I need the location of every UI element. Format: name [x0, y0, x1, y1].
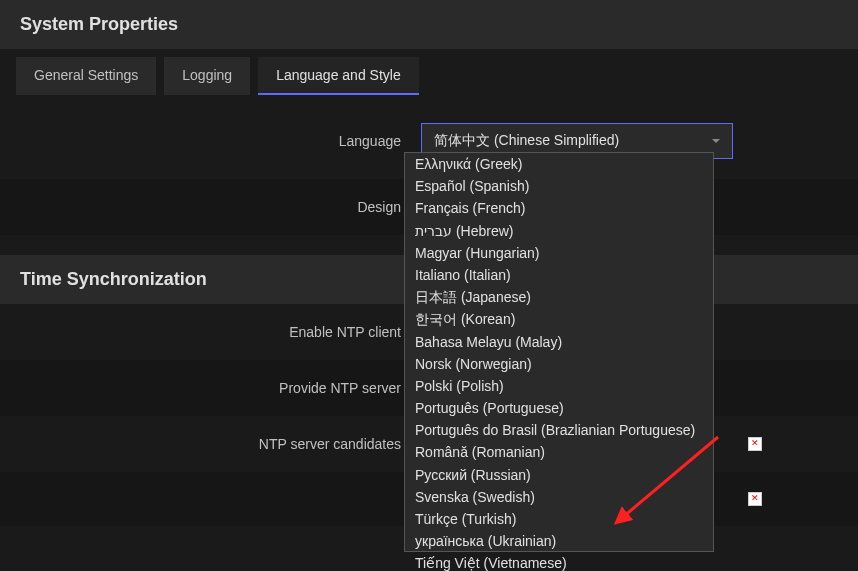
language-label: Language — [46, 133, 421, 149]
language-select-value: 简体中文 (Chinese Simplified) — [434, 132, 712, 150]
language-option[interactable]: українська (Ukrainian) — [405, 530, 713, 552]
language-option[interactable]: Polski (Polish) — [405, 375, 713, 397]
language-option[interactable]: Bahasa Melayu (Malay) — [405, 331, 713, 353]
language-option[interactable]: Italiano (Italian) — [405, 264, 713, 286]
language-option[interactable]: Norsk (Norwegian) — [405, 353, 713, 375]
tab-language-and-style[interactable]: Language and Style — [258, 57, 419, 95]
language-option[interactable]: Türkçe (Turkish) — [405, 508, 713, 530]
chevron-down-icon — [712, 139, 720, 143]
language-option[interactable]: עברית (Hebrew) — [405, 220, 713, 242]
ntp-candidates-label: NTP server candidates — [46, 436, 421, 452]
broken-image-icon[interactable] — [748, 437, 762, 451]
system-properties-title: System Properties — [20, 14, 178, 34]
language-option[interactable]: Svenska (Swedish) — [405, 486, 713, 508]
language-dropdown[interactable]: Ελληνικά (Greek)Español (Spanish)Françai… — [404, 152, 714, 552]
language-option[interactable]: 日本語 (Japanese) — [405, 286, 713, 308]
enable-ntp-label: Enable NTP client — [46, 324, 421, 340]
language-option[interactable]: Español (Spanish) — [405, 175, 713, 197]
language-option[interactable]: Português (Portuguese) — [405, 397, 713, 419]
provide-ntp-label: Provide NTP server — [46, 380, 421, 396]
language-option[interactable]: Русский (Russian) — [405, 464, 713, 486]
design-label: Design — [46, 199, 421, 215]
language-option[interactable]: Tiếng Việt (Vietnamese) — [405, 552, 713, 571]
language-option[interactable]: Português do Brasil (Brazlianian Portugu… — [405, 419, 713, 441]
time-sync-title: Time Synchronization — [20, 269, 207, 289]
language-option[interactable]: Français (French) — [405, 197, 713, 219]
tab-general-settings[interactable]: General Settings — [16, 57, 156, 95]
tab-logging[interactable]: Logging — [164, 57, 250, 95]
system-properties-header: System Properties — [0, 0, 858, 49]
broken-image-icon[interactable] — [748, 492, 762, 506]
tabs-container: General Settings Logging Language and St… — [0, 49, 858, 103]
language-option[interactable]: Română (Romanian) — [405, 441, 713, 463]
language-option[interactable]: 한국어 (Korean) — [405, 308, 713, 330]
language-option[interactable]: Ελληνικά (Greek) — [405, 153, 713, 175]
language-option[interactable]: Magyar (Hungarian) — [405, 242, 713, 264]
